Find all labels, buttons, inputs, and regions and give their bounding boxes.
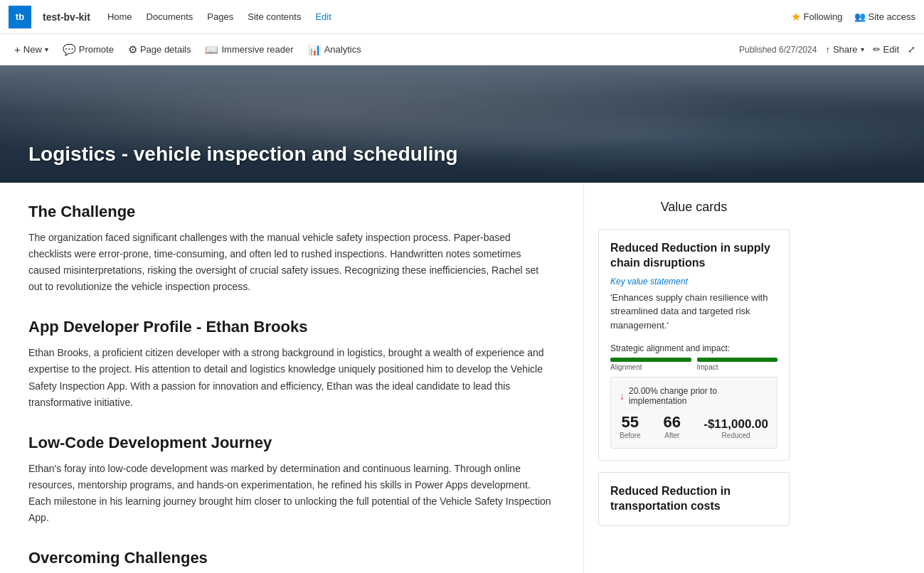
impact-bar-fill [697,358,778,362]
change-icon: ↓ [620,390,625,402]
hero-banner: Logistics - vehicle inspection and sched… [0,65,924,183]
value-card-1-title: Reduced Reduction in supply chain disrup… [610,241,777,271]
analytics-label: Analytics [324,44,361,55]
metrics-box: ↓ 20.00% change prior to implementation … [610,377,777,449]
nav-documents[interactable]: Documents [147,11,193,22]
overcoming-section: Overcoming Challenges [28,549,555,567]
change-row: ↓ 20.00% change prior to implementation [620,386,768,406]
nav-pages[interactable]: Pages [207,11,233,22]
metric-after-value: 66 [664,413,681,432]
reader-icon: 📖 [205,43,218,56]
share-button[interactable]: ↑ Share ▾ [825,44,864,55]
key-value-label: Key value statement [610,277,777,286]
strategic-label: Strategic alignment and impact: [610,343,777,353]
edit-label: Edit [883,44,899,55]
metric-after: 66 After [664,413,681,439]
page-details-label: Page details [140,44,191,55]
new-chevron-icon: ▾ [45,45,48,53]
value-card-2-title: Reduced Reduction in transportation cost… [610,484,777,514]
alignment-bar-item: Alignment [610,358,691,371]
value-card-1: Reduced Reduction in supply chain disrup… [598,229,790,461]
alignment-bar-fill [610,358,691,362]
metric-before-label: Before [620,432,640,439]
page-toolbar: + New ▾ 💬 Promote ⚙ Page details 📖 Immer… [0,34,924,65]
promote-icon: 💬 [63,43,76,56]
new-button[interactable]: + New ▾ [9,41,54,58]
toolbar-right: Published 6/27/2024 ↑ Share ▾ ✏ Edit ⤢ [739,44,915,55]
site-access-label: Site access [869,11,915,22]
challenge-heading: The Challenge [28,203,555,221]
promote-label: Promote [79,44,114,55]
metrics-row: 55 Before 66 After -$11,000.00 Reduced [620,413,768,439]
share-icon: ↑ [825,44,830,55]
plus-icon: + [14,43,21,55]
alignment-bar-label: Alignment [610,363,691,371]
star-icon: ★ [791,10,801,23]
people-icon: 👥 [854,11,866,22]
app-dev-section: App Developer Profile - Ethan Brooks Eth… [28,318,555,410]
main-content: The Challenge The organization faced sig… [0,183,924,573]
share-label: Share [833,44,858,55]
analytics-button[interactable]: 📊 Analytics [302,41,367,59]
edit-button[interactable]: ✏ Edit [873,44,899,55]
challenge-section: The Challenge The organization faced sig… [28,203,555,295]
change-text: 20.00% change prior to implementation [629,386,768,406]
nav-home[interactable]: Home [107,11,132,22]
metric-reduced: -$11,000.00 Reduced [703,417,768,439]
low-code-heading: Low-Code Development Journey [28,434,555,452]
metric-after-label: After [664,432,681,439]
low-code-text: Ethan's foray into low-code development … [28,461,555,526]
following-label: Following [804,11,843,22]
overcoming-heading: Overcoming Challenges [28,549,555,567]
analytics-icon: 📊 [308,43,322,56]
top-nav-right: ★ Following 👥 Site access [791,10,915,23]
low-code-section: Low-Code Development Journey Ethan's for… [28,434,555,526]
details-icon: ⚙ [128,43,137,56]
nav-site-contents[interactable]: Site contents [248,11,301,22]
value-card-2: Reduced Reduction in transportation cost… [598,472,790,526]
immersive-reader-button[interactable]: 📖 Immersive reader [199,41,299,59]
site-logo: tb [9,6,31,28]
nav-links: Home Documents Pages Site contents Edit [107,11,331,22]
challenge-text: The organization faced significant chall… [28,230,555,295]
top-navigation: tb test-bv-kit Home Documents Pages Site… [0,0,924,34]
page-details-button[interactable]: ⚙ Page details [122,41,197,59]
published-status: Published 6/27/2024 [739,45,817,55]
impact-bar-label: Impact [697,363,778,371]
site-title: test-bv-kit [43,11,90,23]
right-sidebar: Value cards Reduced Reduction in supply … [583,183,804,573]
promote-button[interactable]: 💬 Promote [57,41,120,59]
new-label: New [23,44,42,55]
nav-edit[interactable]: Edit [315,11,331,22]
metric-before: 55 Before [620,413,640,439]
alignment-bars: Alignment Impact [610,358,777,371]
metric-before-value: 55 [620,413,640,432]
site-access-button[interactable]: 👥 Site access [854,11,915,22]
edit-icon: ✏ [873,44,881,55]
app-dev-text: Ethan Brooks, a proficient citizen devel… [28,345,555,410]
hero-title: Logistics - vehicle inspection and sched… [28,143,458,166]
key-value-text: 'Enhances supply chain resilience with s… [610,291,777,333]
metric-reduced-label: Reduced [703,432,768,439]
content-area: The Challenge The organization faced sig… [0,183,583,573]
expand-icon: ⤢ [908,44,915,55]
value-cards-title: Value cards [598,200,790,215]
app-dev-heading: App Developer Profile - Ethan Brooks [28,318,555,336]
following-button[interactable]: ★ Following [791,10,843,23]
impact-bar-item: Impact [697,358,778,371]
immersive-reader-label: Immersive reader [221,44,293,55]
expand-button[interactable]: ⤢ [908,44,915,55]
metric-reduced-value: -$11,000.00 [703,417,768,432]
share-chevron-icon: ▾ [861,45,864,53]
